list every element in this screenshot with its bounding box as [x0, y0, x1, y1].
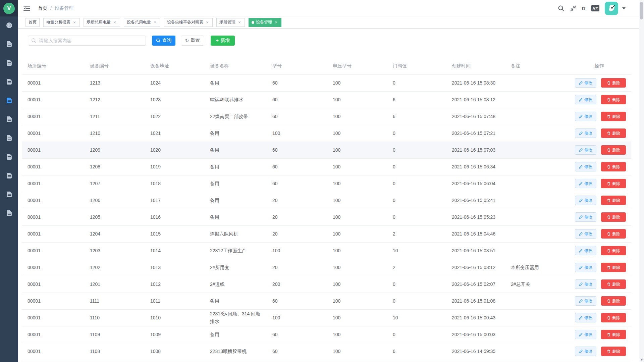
cell-created-time: 2021-06-16 15:00:43: [446, 309, 505, 326]
language-icon[interactable]: A文: [591, 5, 599, 11]
cell-device-addr: 1015: [145, 225, 205, 242]
view-tab[interactable]: 场所管理 ×: [216, 18, 245, 27]
delete-button[interactable]: 删除: [601, 196, 626, 205]
search-input[interactable]: [28, 36, 146, 46]
cell-device-id: 1212: [85, 91, 145, 108]
user-menu-caret-icon[interactable]: [622, 7, 626, 9]
delete-button[interactable]: 删除: [601, 95, 626, 104]
sidebar-menu-item[interactable]: [0, 35, 18, 54]
edit-button[interactable]: 修改: [575, 330, 596, 339]
sidebar-menu-item[interactable]: [0, 54, 18, 73]
cell-created-time: 2021-06-16 15:00:03: [446, 326, 505, 343]
cell-created-time: 2021-06-16 15:02:07: [446, 276, 505, 293]
delete-button[interactable]: 删除: [601, 263, 626, 272]
breadcrumb-home[interactable]: 首页: [38, 5, 47, 11]
sidebar-menu-item[interactable]: [0, 16, 18, 35]
edit-button[interactable]: 修改: [575, 112, 596, 121]
edit-button[interactable]: 修改: [575, 263, 596, 272]
cell-voltage-model: 100: [327, 142, 387, 158]
tab-close-icon[interactable]: ×: [274, 20, 278, 25]
delete-button[interactable]: 删除: [601, 179, 626, 188]
view-tab[interactable]: 设备总用电量 ×: [124, 18, 160, 27]
reset-button-label: 重置: [191, 38, 200, 44]
delete-button-label: 删除: [612, 214, 620, 220]
app-logo[interactable]: V: [0, 0, 18, 16]
delete-button[interactable]: 删除: [601, 229, 626, 239]
sidebar-menu-item[interactable]: [0, 73, 18, 92]
edit-button-label: 修改: [584, 97, 592, 103]
cell-model: 60: [267, 108, 327, 125]
delete-button[interactable]: 删除: [601, 212, 626, 222]
delete-button-label: 删除: [612, 281, 620, 287]
sidebar-menu-item[interactable]: [0, 110, 18, 129]
exit-fullscreen-icon[interactable]: [570, 5, 577, 12]
view-tab[interactable]: 首页: [25, 18, 40, 27]
edit-button[interactable]: 修改: [575, 145, 596, 155]
sidebar-menu-item[interactable]: [0, 186, 18, 204]
cell-actions: 修改 删除: [570, 175, 631, 192]
delete-button[interactable]: 删除: [601, 145, 626, 155]
scrollbar-thumb[interactable]: [640, 2, 643, 19]
cell-device-id: 1203: [85, 242, 145, 259]
edit-button-label: 修改: [584, 298, 592, 304]
delete-button[interactable]: 删除: [601, 128, 626, 138]
delete-button[interactable]: 删除: [601, 330, 626, 339]
edit-button[interactable]: 修改: [575, 95, 596, 104]
table-row: 00001 1111 1011 备用 60 100 0 2021-06-16 1…: [22, 293, 631, 309]
delete-button[interactable]: 删除: [601, 296, 626, 306]
sidebar-menu-item[interactable]: [0, 204, 18, 223]
edit-button[interactable]: 修改: [575, 162, 596, 171]
delete-button[interactable]: 删除: [601, 313, 626, 322]
delete-button-label: 删除: [612, 265, 620, 270]
table-row: 00001 1109 1009 备用 60 100 0 2021-06-16 1…: [22, 326, 631, 343]
view-tab[interactable]: 电量分析报表 ×: [43, 18, 80, 27]
edit-button[interactable]: 修改: [575, 347, 596, 356]
query-button[interactable]: 查询: [152, 36, 175, 46]
edit-button[interactable]: 修改: [575, 196, 596, 205]
view-tab[interactable]: 设备尖峰平谷对照表 ×: [164, 18, 213, 27]
view-tab[interactable]: 设备管理 ×: [249, 18, 281, 27]
delete-button[interactable]: 删除: [601, 347, 626, 356]
cell-actions: 修改 删除: [570, 108, 631, 125]
edit-button[interactable]: 修改: [575, 246, 596, 255]
tab-close-icon[interactable]: ×: [112, 20, 117, 25]
add-button[interactable]: + 新增: [211, 36, 235, 46]
edit-button[interactable]: 修改: [575, 296, 596, 306]
delete-button-label: 删除: [612, 198, 620, 203]
sidebar-menu-item[interactable]: [0, 92, 18, 110]
edit-button[interactable]: 修改: [575, 229, 596, 239]
edit-button[interactable]: 修改: [575, 313, 596, 322]
sidebar-menu-item[interactable]: [0, 167, 18, 186]
edit-button[interactable]: 修改: [575, 279, 596, 289]
tab-label: 设备总用电量: [127, 19, 151, 25]
tab-close-icon[interactable]: ×: [237, 20, 242, 25]
edit-button[interactable]: 修改: [575, 179, 596, 188]
tab-close-icon[interactable]: ×: [72, 20, 77, 25]
view-tab[interactable]: 场所总用电量 ×: [84, 18, 120, 27]
font-size-icon[interactable]: tT: [582, 5, 586, 11]
edit-button[interactable]: 修改: [575, 212, 596, 222]
hamburger-icon[interactable]: [23, 5, 31, 12]
sidebar-menu-item[interactable]: [0, 148, 18, 167]
cell-voltage-model: 100: [327, 91, 387, 108]
avatar[interactable]: [605, 2, 618, 15]
page-scrollbar[interactable]: [639, 0, 644, 362]
reset-button[interactable]: ↻ 重置: [181, 36, 204, 46]
scrollbar-down-arrow-icon[interactable]: [640, 359, 643, 361]
delete-button[interactable]: 删除: [601, 279, 626, 289]
tab-close-icon[interactable]: ×: [205, 20, 210, 25]
delete-button[interactable]: 删除: [601, 246, 626, 255]
cell-device-addr: 1008: [145, 343, 205, 360]
delete-button[interactable]: 删除: [601, 162, 626, 171]
tab-close-icon[interactable]: ×: [153, 20, 157, 25]
delete-button[interactable]: 删除: [601, 78, 626, 88]
edit-button[interactable]: 修改: [575, 78, 596, 88]
delete-button-label: 删除: [612, 97, 620, 103]
delete-button-label: 删除: [612, 231, 620, 237]
cell-created-time: 2021-06-16 15:08:30: [446, 74, 505, 91]
edit-button[interactable]: 修改: [575, 128, 596, 138]
sidebar-menu-item[interactable]: [0, 129, 18, 148]
delete-button[interactable]: 删除: [601, 112, 626, 121]
search-icon[interactable]: [558, 5, 565, 12]
cell-place-id: 00001: [22, 192, 85, 209]
